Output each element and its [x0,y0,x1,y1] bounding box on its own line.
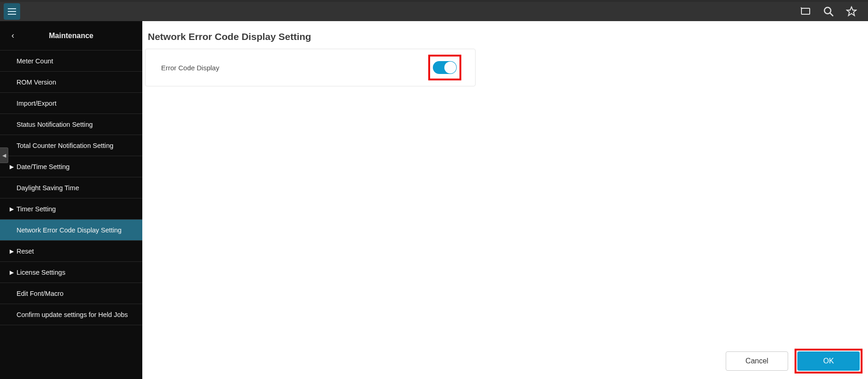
sidebar-item-label: Confirm update settings for Held Jobs [17,311,128,318]
sidebar-item-label: License Settings [17,269,65,276]
sidebar-item-label: Status Notification Setting [17,121,93,128]
sidebar-item[interactable]: ▶Total Counter Notification Setting [0,135,142,156]
sidebar-item-label: Date/Time Setting [17,163,70,170]
setting-label: Error Code Display [161,64,428,72]
display-rotate-button[interactable] [797,3,814,20]
sidebar-back-button[interactable]: ‹ [4,27,22,45]
sidebar-list[interactable]: ▶Meter Count▶ROM Version▶Import/Export▶S… [0,51,142,379]
expand-triangle-icon: ▶ [8,269,15,276]
search-icon [823,6,834,17]
sidebar-item-label: Daylight Saving Time [17,184,79,192]
cancel-button[interactable]: Cancel [726,351,788,371]
expand-triangle-icon: ▶ [8,206,15,212]
expand-triangle-icon: ▶ [8,248,15,255]
search-button[interactable] [820,3,837,20]
sidebar-item[interactable]: ▶Meter Count [0,51,142,72]
sidebar-item[interactable]: ▶Daylight Saving Time [0,177,142,198]
favorite-button[interactable] [843,3,860,20]
sidebar-item[interactable]: ▶Date/Time Setting [0,156,142,177]
sidebar-item[interactable]: ▶Timer Setting [0,198,142,220]
svg-line-5 [830,13,833,16]
sidebar-item[interactable]: ▶Network Error Code Display Setting [0,220,142,241]
sidebar-header: ‹ Maintenance [0,21,142,51]
sidebar-item-label: ROM Version [17,79,56,86]
sidebar-item-label: Timer Setting [17,205,56,213]
sidebar-item-label: Edit Font/Macro [17,290,63,297]
setting-row-error-code-display: Error Code Display [146,49,475,86]
sidebar-item-label: Meter Count [17,57,53,65]
sidebar-title: Maintenance [22,32,139,40]
sidebar-item-label: Total Counter Notification Setting [17,142,113,149]
sidebar: ‹ Maintenance ▶Meter Count▶ROM Version▶I… [0,21,142,379]
sidebar-item[interactable]: ▶Edit Font/Macro [0,283,142,304]
ok-button-label: OK [823,357,834,365]
sidebar-item-label: Reset [17,248,34,255]
svg-rect-3 [801,8,810,14]
sidebar-item[interactable]: ▶Status Notification Setting [0,114,142,135]
chevron-left-icon: ◀ [2,153,6,158]
sidebar-item[interactable]: ▶Reset [0,241,142,262]
toggle-knob [444,62,456,74]
sidebar-collapse-tab[interactable]: ◀ [0,147,8,163]
sidebar-item-label: Network Error Code Display Setting [17,226,122,234]
sidebar-item[interactable]: ▶Confirm update settings for Held Jobs [0,304,142,325]
hamburger-menu-button[interactable] [4,3,20,20]
highlight-box-toggle [428,55,461,80]
expand-triangle-icon: ▶ [8,164,15,170]
content-pane: Network Error Code Display Setting Error… [142,21,868,379]
chevron-left-icon: ‹ [11,31,14,40]
star-icon [846,6,857,17]
svg-point-4 [824,7,831,14]
display-rotate-icon [800,6,811,17]
topbar [0,0,868,21]
hamburger-icon [7,8,17,15]
svg-marker-6 [847,7,856,16]
highlight-box-ok: OK [795,349,862,373]
sidebar-item-label: Import/Export [17,100,56,107]
ok-button[interactable]: OK [797,351,860,371]
cancel-button-label: Cancel [745,357,768,365]
error-code-display-toggle[interactable] [433,61,457,74]
page-title: Network Error Code Display Setting [145,21,868,49]
main-area: ◀ ‹ Maintenance ▶Meter Count▶ROM Version… [0,21,868,379]
sidebar-item[interactable]: ▶License Settings [0,262,142,283]
sidebar-item[interactable]: ▶ROM Version [0,72,142,93]
sidebar-item[interactable]: ▶Import/Export [0,93,142,114]
settings-card: Error Code Display [145,49,476,86]
footer-actions: Cancel OK [726,349,862,373]
